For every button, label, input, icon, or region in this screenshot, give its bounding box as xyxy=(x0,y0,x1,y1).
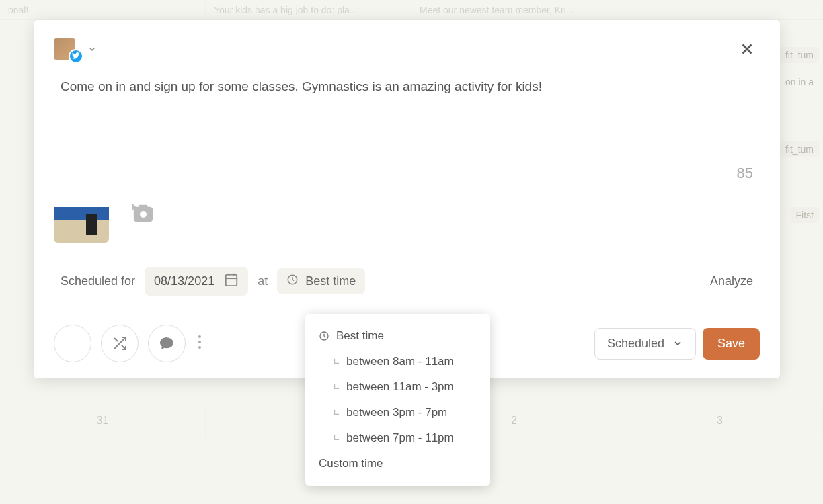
status-label: Scheduled xyxy=(607,337,664,351)
dd-label: Best time xyxy=(336,329,384,343)
dd-slot-2[interactable]: ∟ between 11am - 3pm xyxy=(305,374,490,400)
svg-line-12 xyxy=(114,338,118,341)
date-value: 08/13/2021 xyxy=(154,274,214,288)
comment-button[interactable] xyxy=(148,325,186,362)
twitter-icon xyxy=(69,49,83,64)
dots-vertical-icon xyxy=(198,334,202,350)
svg-point-15 xyxy=(198,346,201,349)
close-icon xyxy=(738,40,756,58)
dd-label: between 11am - 3pm xyxy=(346,380,454,394)
svg-rect-5 xyxy=(226,275,237,286)
dd-label: between 7pm - 11pm xyxy=(346,431,454,445)
svg-point-14 xyxy=(198,341,201,343)
save-button[interactable]: Save xyxy=(703,328,760,360)
emoji-button[interactable] xyxy=(54,325,91,362)
add-image-button[interactable] xyxy=(128,200,159,230)
dd-slot-1[interactable]: ∟ between 8am - 11am xyxy=(305,349,490,374)
camera-plus-icon xyxy=(132,204,155,224)
dd-slot-4[interactable]: ∟ between 7pm - 11pm xyxy=(305,425,490,451)
chevron-down-icon xyxy=(672,338,683,349)
tree-icon: ∟ xyxy=(334,355,340,368)
clock-icon xyxy=(286,274,299,289)
dd-best-time[interactable]: Best time xyxy=(305,323,490,349)
time-picker[interactable]: Best time xyxy=(277,268,365,294)
comment-icon xyxy=(159,335,175,351)
svg-point-2 xyxy=(140,211,147,218)
calendar-icon xyxy=(224,272,239,290)
tree-icon: ∟ xyxy=(334,432,340,444)
svg-rect-4 xyxy=(132,206,136,208)
svg-point-13 xyxy=(198,335,201,338)
analyze-link[interactable]: Analyze xyxy=(710,274,753,288)
dd-custom-time[interactable]: Custom time xyxy=(305,451,490,476)
account-selector[interactable] xyxy=(54,38,97,62)
compose-textarea[interactable]: Come on in and sign up for some classes.… xyxy=(34,71,780,165)
emoji-icon xyxy=(65,336,80,351)
chevron-down-icon xyxy=(87,44,97,56)
time-dropdown: Best time ∟ between 8am - 11am ∟ between… xyxy=(305,314,490,486)
time-value: Best time xyxy=(305,274,356,288)
character-count: 85 xyxy=(737,165,753,182)
status-dropdown[interactable]: Scheduled xyxy=(594,328,696,360)
dd-label: between 8am - 11am xyxy=(346,355,454,368)
dd-label: Custom time xyxy=(319,457,383,470)
clock-icon xyxy=(319,331,329,341)
more-menu[interactable] xyxy=(195,334,204,353)
date-picker[interactable]: 08/13/2021 xyxy=(145,267,248,296)
shuffle-button[interactable] xyxy=(101,325,139,362)
dd-slot-3[interactable]: ∟ between 3pm - 7pm xyxy=(305,400,490,425)
tree-icon: ∟ xyxy=(334,407,340,419)
shuffle-icon xyxy=(112,335,128,351)
dd-label: between 3pm - 7pm xyxy=(346,406,447,419)
tree-icon: ∟ xyxy=(334,381,340,393)
media-thumbnail[interactable] xyxy=(54,187,109,243)
at-label: at xyxy=(258,274,268,288)
close-button[interactable] xyxy=(734,36,760,64)
scheduled-for-label: Scheduled for xyxy=(61,274,135,288)
